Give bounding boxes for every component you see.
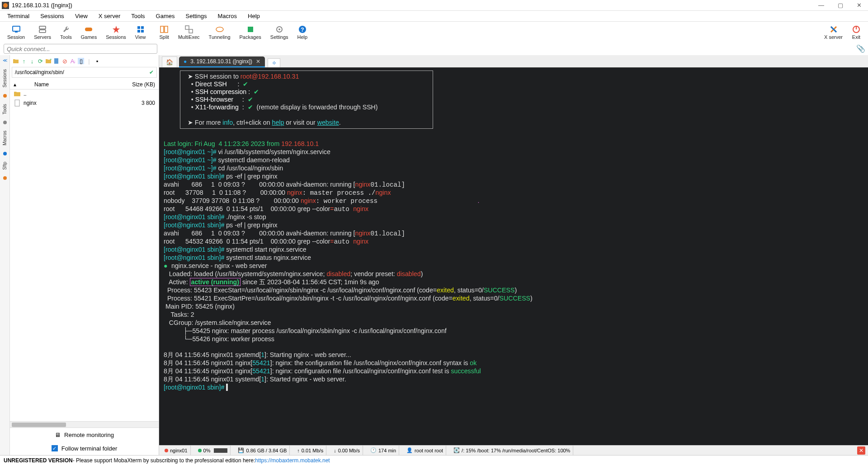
menu-xserver[interactable]: X server xyxy=(94,12,125,20)
titlebar: 192.168.10.31 ([nginx]) — ▢ ✕ xyxy=(0,0,868,11)
package-icon xyxy=(246,25,255,34)
svg-rect-17 xyxy=(248,27,253,32)
tool-tunneling[interactable]: Tunneling xyxy=(204,25,235,40)
terminal-icon[interactable]: ▪ xyxy=(94,58,100,64)
disk-value: /: 15% /boot: 17% /run/media/root/CentOS… xyxy=(462,448,570,453)
delete-icon[interactable]: ⊘ xyxy=(61,58,68,64)
scrollbar-thumb[interactable] xyxy=(12,423,66,427)
menu-macros[interactable]: Macros xyxy=(213,12,241,20)
vtab-macros[interactable]: Macros xyxy=(2,129,7,147)
wrench-icon xyxy=(61,25,71,34)
tool-games[interactable]: Games xyxy=(76,25,101,40)
mem-value: 0.86 GB / 3.84 GB xyxy=(246,448,287,453)
sftp-path-field[interactable]: /usr/local/nginx/sbin/ ✔ xyxy=(12,67,157,78)
new-file-icon[interactable] xyxy=(53,58,60,64)
download-icon: ↓ xyxy=(334,448,336,453)
col-name[interactable]: Name xyxy=(20,81,119,88)
tab-strip: 🏠 ● 3. 192.168.10.31 ([nginx]) ✕ ✧ xyxy=(159,55,868,68)
menu-games[interactable]: Games xyxy=(151,12,179,20)
sftp-panel: ↑ ↓ ⟳ + ⊘ Aᵢ ▯ | ▪ /usr/local/nginx/sbin… xyxy=(10,55,159,455)
tools-dot-icon xyxy=(3,121,7,124)
svg-rect-11 xyxy=(141,30,144,33)
menu-settings[interactable]: Settings xyxy=(181,12,212,20)
svg-rect-15 xyxy=(189,29,193,33)
folder-icon xyxy=(14,90,21,98)
close-button[interactable]: ✕ xyxy=(857,2,862,9)
hidden-files-icon[interactable]: ▯ xyxy=(78,58,84,64)
tab-ssh-session[interactable]: ● 3. 192.168.10.31 ([nginx]) ✕ xyxy=(179,56,265,67)
expand-icon[interactable]: ≪ xyxy=(3,58,7,63)
toolbar: Session Servers Tools Games Sessions Vie… xyxy=(0,22,868,42)
tunnel-icon xyxy=(215,25,224,34)
maximize-button[interactable]: ▢ xyxy=(838,2,843,9)
cpu-value: 0% xyxy=(203,448,211,453)
tool-view[interactable]: View xyxy=(131,25,151,40)
refresh-icon[interactable]: ⟳ xyxy=(37,58,43,64)
menu-terminal[interactable]: Terminal xyxy=(3,12,34,20)
menu-tools[interactable]: Tools xyxy=(127,12,149,20)
tool-multiexec[interactable]: MultiExec xyxy=(174,25,204,40)
svg-rect-5 xyxy=(39,30,46,33)
upload-icon[interactable]: ↑ xyxy=(21,58,27,64)
help-link[interactable]: help xyxy=(272,119,284,126)
footer-link[interactable]: https://mobaxterm.mobatek.net xyxy=(255,457,330,464)
new-folder-icon[interactable]: + xyxy=(45,58,52,64)
bullet-icon: ● xyxy=(184,58,187,65)
sftp-dot-icon xyxy=(3,176,7,180)
tool-xserver[interactable]: X server xyxy=(820,25,847,40)
tab-close-button[interactable]: ✕ xyxy=(256,58,260,65)
file-row-parent[interactable]: .. xyxy=(10,89,159,99)
terminal-output[interactable]: ➤ SSH session to root@192.168.10.31 • Di… xyxy=(159,68,868,445)
tool-packages[interactable]: Packages xyxy=(235,25,266,40)
download-icon[interactable]: ↓ xyxy=(29,58,35,64)
remote-monitoring-toggle[interactable]: 🖥 Remote monitoring xyxy=(10,428,159,442)
tool-servers[interactable]: Servers xyxy=(29,25,56,40)
folder-open-icon[interactable] xyxy=(13,58,19,64)
tab-add-button[interactable]: ✧ xyxy=(268,58,280,67)
vtab-sftp[interactable]: Sftp xyxy=(2,160,7,172)
paperclip-icon[interactable]: 📎 xyxy=(856,44,865,53)
plus-icon: ✧ xyxy=(272,60,277,66)
tool-exit[interactable]: Exit xyxy=(847,25,865,40)
gamepad-icon xyxy=(84,25,93,34)
help-icon: ? xyxy=(298,25,307,34)
col-size[interactable]: Size (KB) xyxy=(119,81,155,88)
svg-rect-3 xyxy=(15,32,18,33)
tool-tools[interactable]: Tools xyxy=(56,25,76,40)
tab-label: 3. 192.168.10.31 ([nginx]) xyxy=(190,58,252,65)
ram-icon: 💾 xyxy=(238,447,244,453)
tab-home[interactable]: 🏠 xyxy=(162,56,177,67)
rename-icon[interactable]: Aᵢ xyxy=(70,58,76,64)
quick-connect-row xyxy=(0,42,868,55)
tool-help[interactable]: ?Help xyxy=(293,25,312,40)
statusbar-close-button[interactable]: ✕ xyxy=(857,446,865,455)
menu-help[interactable]: Help xyxy=(243,12,264,20)
tool-settings[interactable]: Settings xyxy=(266,25,293,40)
horizontal-scrollbar[interactable] xyxy=(10,421,159,427)
file-row-nginx[interactable]: nginx 3 800 xyxy=(10,99,159,108)
sftp-path-text: /usr/local/nginx/sbin/ xyxy=(15,69,64,75)
menu-sessions[interactable]: Sessions xyxy=(36,12,69,20)
home-icon: 🏠 xyxy=(166,59,173,66)
cpu-graph xyxy=(214,448,227,453)
svg-rect-9 xyxy=(141,26,144,29)
quick-connect-input[interactable] xyxy=(4,44,157,54)
monitor-icon xyxy=(12,25,21,34)
tool-split[interactable]: Split xyxy=(155,25,174,40)
vtab-sessions[interactable]: Sessions xyxy=(2,67,7,89)
vtab-tools[interactable]: Tools xyxy=(2,102,7,116)
tool-session[interactable]: Session xyxy=(3,25,29,40)
svg-rect-2 xyxy=(13,26,20,31)
file-list: .. nginx 3 800 xyxy=(10,89,159,421)
menu-view[interactable]: View xyxy=(71,12,92,20)
minimize-button[interactable]: — xyxy=(818,2,824,9)
terminal-statusbar: nginx01 0% 💾0.86 GB / 3.84 GB ↑0.01 Mb/s… xyxy=(159,445,868,455)
svg-rect-13 xyxy=(165,26,168,33)
gear-icon xyxy=(275,25,284,34)
follow-terminal-folder-toggle[interactable]: ✓ Follow terminal folder xyxy=(10,442,159,455)
tool-sessions[interactable]: Sessions xyxy=(101,25,131,40)
sort-icon[interactable]: ▴ xyxy=(14,81,20,88)
footer: UNREGISTERED VERSION - Please support Mo… xyxy=(0,455,868,465)
monitor-remote-icon: 🖥 xyxy=(55,432,61,438)
website-link[interactable]: website xyxy=(317,119,339,126)
